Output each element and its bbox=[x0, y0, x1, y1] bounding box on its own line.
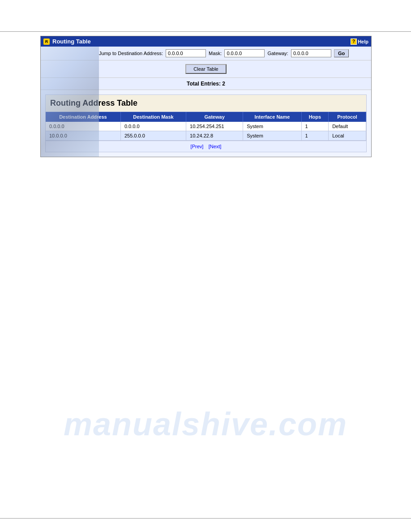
cell-interface-name: System bbox=[243, 131, 301, 141]
cell-protocol: Local bbox=[329, 131, 366, 141]
destination-address-input[interactable] bbox=[166, 49, 206, 57]
clear-table-button[interactable]: Clear Table bbox=[185, 64, 226, 74]
background-image bbox=[41, 47, 99, 157]
top-border bbox=[0, 31, 411, 32]
jump-label: Jump to Destination Address: bbox=[99, 51, 163, 56]
cell-destination-mask: 255.0.0.0 bbox=[120, 131, 186, 141]
cell-gateway: 10.254.254.251 bbox=[186, 122, 243, 131]
col-protocol: Protocol bbox=[329, 112, 366, 122]
window-icon: R bbox=[43, 39, 50, 45]
col-gateway: Gateway bbox=[186, 112, 243, 122]
cell-hops: 1 bbox=[301, 122, 329, 131]
gateway-input[interactable] bbox=[291, 49, 331, 57]
next-link[interactable]: [Next] bbox=[209, 144, 222, 149]
title-bar-left: R Routing Table bbox=[43, 38, 91, 45]
cell-destination-mask: 0.0.0.0 bbox=[120, 122, 186, 131]
window-title: Routing Table bbox=[52, 38, 91, 45]
bottom-border bbox=[0, 518, 411, 519]
help-icon: ? bbox=[351, 39, 357, 45]
title-bar-help[interactable]: ? Help bbox=[351, 39, 368, 45]
cell-protocol: Default bbox=[329, 122, 366, 131]
col-interface-name: Interface Name bbox=[243, 112, 301, 122]
watermark: manualshive.com bbox=[64, 406, 347, 442]
routing-table-window: R Routing Table ? Help Jump to Destinati… bbox=[40, 36, 372, 157]
mask-label: Mask: bbox=[209, 51, 222, 56]
cell-interface-name: System bbox=[243, 122, 301, 131]
mask-input[interactable] bbox=[224, 49, 265, 57]
gateway-label: Gateway: bbox=[267, 51, 288, 56]
title-bar: R Routing Table ? Help bbox=[41, 36, 371, 47]
cell-gateway: 10.24.22.8 bbox=[186, 131, 243, 141]
col-destination-mask: Destination Mask bbox=[120, 112, 186, 122]
cell-hops: 1 bbox=[301, 131, 329, 141]
col-hops: Hops bbox=[301, 112, 329, 122]
page-content: R Routing Table ? Help Jump to Destinati… bbox=[40, 36, 372, 157]
prev-link[interactable]: [Prev] bbox=[191, 144, 204, 149]
go-button[interactable]: Go bbox=[334, 49, 349, 57]
help-label[interactable]: Help bbox=[358, 39, 368, 44]
window-body: Jump to Destination Address: Mask: Gatew… bbox=[41, 47, 371, 157]
